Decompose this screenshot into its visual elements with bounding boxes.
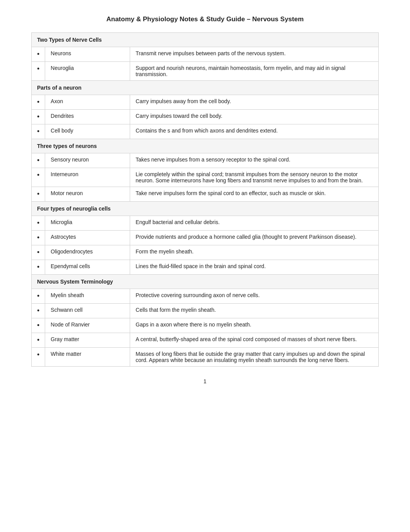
bullet-icon: • <box>32 95 45 110</box>
bullet-icon: • <box>32 187 45 202</box>
definition-cell: Provide nutrients and produce a hormone … <box>130 231 379 245</box>
term-cell: Node of Ranvier <box>45 318 130 333</box>
bullet-icon: • <box>32 168 45 187</box>
bullet-icon: • <box>32 304 45 318</box>
section-header-parts-neuron: Parts of a neuron <box>32 81 379 95</box>
table-row: •InterneuronLie completely within the sp… <box>32 168 379 187</box>
page-number: 1 <box>203 378 207 384</box>
definition-cell: Protective covering surrounding axon of … <box>130 289 379 304</box>
bullet-icon: • <box>32 153 45 168</box>
definition-cell: Contains the s and from which axons and … <box>130 124 379 139</box>
definition-cell: Carry impulses away from the cell body. <box>130 95 379 110</box>
term-cell: Myelin sheath <box>45 289 130 304</box>
definition-cell: Transmit nerve impulses between parts of… <box>130 47 379 62</box>
section-header-label: Four types of neuroglia cells <box>32 202 379 216</box>
bullet-icon: • <box>32 333 45 348</box>
definition-cell: Lines the fluid-filled space in the brai… <box>130 260 379 275</box>
definition-cell: Take nerve impulses form the spinal cord… <box>130 187 379 202</box>
term-cell: Cell body <box>45 124 130 139</box>
term-cell: Interneuron <box>45 168 130 187</box>
section-header-three-types: Three types of neurons <box>32 139 379 153</box>
bullet-icon: • <box>32 47 45 62</box>
term-cell: Dendrites <box>45 110 130 124</box>
bullet-icon: • <box>32 260 45 275</box>
table-row: •NeuronsTransmit nerve impulses between … <box>32 47 379 62</box>
term-cell: Axon <box>45 95 130 110</box>
section-header-terminology: Nervous System Terminology <box>32 275 379 289</box>
bullet-icon: • <box>32 289 45 304</box>
term-cell: Schwann cell <box>45 304 130 318</box>
definition-cell: Takes nerve impulses from a sensory rece… <box>130 153 379 168</box>
bullet-icon: • <box>32 245 45 260</box>
definition-cell: Masses of long fibers that lie outside t… <box>130 348 379 367</box>
definition-cell: Cells that form the myelin sheath. <box>130 304 379 318</box>
section-header-label: Nervous System Terminology <box>32 275 379 289</box>
table-row: •Node of RanvierGaps in a axon where the… <box>32 318 379 333</box>
main-table: Two Types of Nerve Cells•NeuronsTransmit… <box>31 32 379 367</box>
definition-cell: Support and nourish neurons, maintain ho… <box>130 62 379 81</box>
definition-cell: Gaps in a axon where there is no myelin … <box>130 318 379 333</box>
bullet-icon: • <box>32 216 45 231</box>
table-row: •White matterMasses of long fibers that … <box>32 348 379 367</box>
term-cell: Sensory neuron <box>45 153 130 168</box>
table-row: •Sensory neuronTakes nerve impulses from… <box>32 153 379 168</box>
table-row: •DendritesCarry impulses toward the cell… <box>32 110 379 124</box>
page-title: Anatomy & Physiology Notes & Study Guide… <box>106 15 303 23</box>
term-cell: Ependymal cells <box>45 260 130 275</box>
bullet-icon: • <box>32 124 45 139</box>
bullet-icon: • <box>32 348 45 367</box>
term-cell: Neurons <box>45 47 130 62</box>
table-row: •Cell bodyContains the s and from which … <box>32 124 379 139</box>
table-row: •Schwann cellCells that form the myelin … <box>32 304 379 318</box>
definition-cell: Form the myelin sheath. <box>130 245 379 260</box>
term-cell: Neuroglia <box>45 62 130 81</box>
table-row: •Ependymal cellsLines the fluid-filled s… <box>32 260 379 275</box>
table-row: •OligodendrocytesForm the myelin sheath. <box>32 245 379 260</box>
table-row: •Motor neuronTake nerve impulses form th… <box>32 187 379 202</box>
section-header-label: Parts of a neuron <box>32 81 379 95</box>
table-row: •AxonCarry impulses away from the cell b… <box>32 95 379 110</box>
term-cell: Gray matter <box>45 333 130 348</box>
bullet-icon: • <box>32 318 45 333</box>
bullet-icon: • <box>32 62 45 81</box>
bullet-icon: • <box>32 231 45 245</box>
section-header-label: Two Types of Nerve Cells <box>32 33 379 47</box>
table-row: •AstrocytesProvide nutrients and produce… <box>32 231 379 245</box>
definition-cell: A central, butterfly-shaped area of the … <box>130 333 379 348</box>
definition-cell: Carry impulses toward the cell body. <box>130 110 379 124</box>
term-cell: Oligodendrocytes <box>45 245 130 260</box>
table-row: •Gray matterA central, butterfly-shaped … <box>32 333 379 348</box>
definition-cell: Engulf bacterial and cellular debris. <box>130 216 379 231</box>
table-row: •NeurogliaSupport and nourish neurons, m… <box>32 62 379 81</box>
term-cell: Microglia <box>45 216 130 231</box>
bullet-icon: • <box>32 110 45 124</box>
section-header-label: Three types of neurons <box>32 139 379 153</box>
section-header-four-types: Four types of neuroglia cells <box>32 202 379 216</box>
definition-cell: Lie completely within the spinal cord; t… <box>130 168 379 187</box>
table-row: •Myelin sheathProtective covering surrou… <box>32 289 379 304</box>
term-cell: Astrocytes <box>45 231 130 245</box>
table-row: •MicrogliaEngulf bacterial and cellular … <box>32 216 379 231</box>
section-header-two-types: Two Types of Nerve Cells <box>32 33 379 47</box>
term-cell: Motor neuron <box>45 187 130 202</box>
term-cell: White matter <box>45 348 130 367</box>
